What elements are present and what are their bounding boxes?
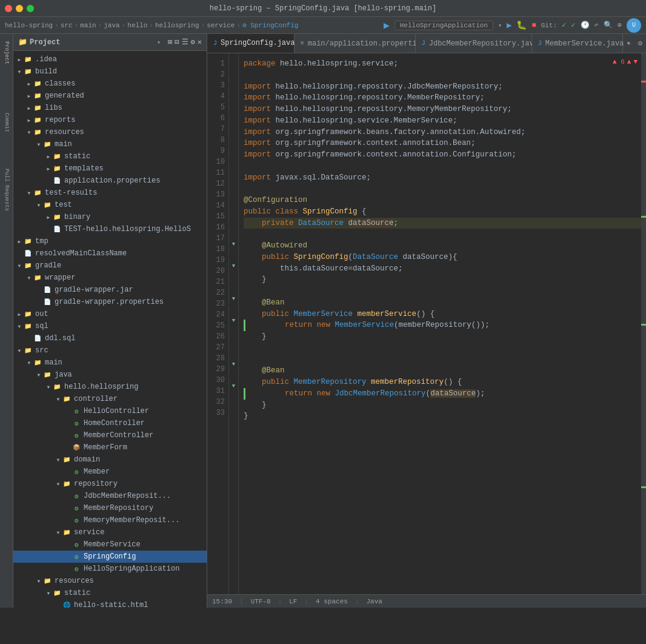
- tab-gear-button[interactable]: ⚙: [634, 34, 646, 53]
- tab-memberservice[interactable]: J MemberService.java ✕: [532, 34, 623, 53]
- tree-item-binary[interactable]: ▶📁binary: [13, 211, 207, 223]
- tree-item-MemberService[interactable]: ⚙MemberService: [13, 538, 207, 551]
- tree-arrow-generated[interactable]: ▶: [25, 93, 33, 99]
- code-line-6[interactable]: import hello.hellospring.service.MemberS…: [244, 115, 641, 127]
- gutter-line-23[interactable]: ▼: [229, 293, 238, 304]
- tree-item-src-java[interactable]: ▼📁java: [13, 369, 207, 381]
- bc-main[interactable]: main: [80, 22, 96, 29]
- code-line-5[interactable]: import hello.hellospring.repository.Memo…: [244, 104, 641, 115]
- tree-item-controller[interactable]: ▼📁controller: [13, 393, 207, 405]
- tab-more-button[interactable]: ▾: [623, 34, 634, 53]
- tree-arrow-src-java[interactable]: ▼: [35, 372, 42, 378]
- tree-arrow-libs[interactable]: ▶: [25, 106, 33, 111]
- git-history-icon[interactable]: 🕐: [581, 21, 590, 30]
- tree-arrow-idea[interactable]: ▶: [16, 57, 23, 62]
- tree-item-HelloSpringApplication[interactable]: ⚙HelloSpringApplication: [13, 563, 207, 575]
- code-line-11[interactable]: import javax.sql.DataSource;: [244, 172, 641, 184]
- tree-item-test[interactable]: ▼📁test: [13, 199, 207, 211]
- bc-springconfig[interactable]: ⚙ SpringConfig: [242, 21, 298, 29]
- tree-item-gradle-wrapper.jar[interactable]: 📄gradle-wrapper.jar: [13, 284, 207, 296]
- tree-item-gradle-wrapper.properties[interactable]: 📄gradle-wrapper.properties: [13, 296, 207, 308]
- code-line-13[interactable]: @Configuration: [244, 195, 641, 206]
- tree-item-sql[interactable]: ▼📁sql: [13, 320, 207, 332]
- tree-arrow-controller[interactable]: ▼: [55, 397, 62, 402]
- gutter-line-29[interactable]: ▼: [229, 359, 238, 370]
- settings-icon[interactable]: ⚙: [191, 38, 195, 47]
- code-line-30[interactable]: return new JdbcMemberRepository(dataSour…: [244, 388, 641, 400]
- code-line-3[interactable]: import hello.hellospring.repository.Jdbc…: [244, 81, 641, 93]
- code-line-32[interactable]: }: [244, 411, 641, 422]
- tree-item-service[interactable]: ▼📁service: [13, 526, 207, 538]
- code-line-17[interactable]: @Autowired: [244, 240, 641, 252]
- code-line-19[interactable]: this.dataSource=dataSource;: [244, 263, 641, 275]
- bc-service[interactable]: service: [207, 22, 235, 29]
- gutter-line-18[interactable]: ▼: [229, 239, 238, 250]
- code-line-16[interactable]: [244, 229, 641, 240]
- tree-item-MemberForm[interactable]: 📦MemberForm: [13, 441, 207, 454]
- tree-arrow-tmp[interactable]: ▶: [16, 239, 23, 244]
- tree-item-src-resources[interactable]: ▼📁resources: [13, 575, 207, 587]
- tree-item-application.properties[interactable]: 📄application.properties: [13, 175, 207, 187]
- tree-arrow-gradle[interactable]: ▼: [16, 263, 23, 269]
- run-config-selector[interactable]: HelloSpringApplication: [395, 21, 493, 30]
- code-line-28[interactable]: @Bean: [244, 365, 641, 377]
- code-line-7[interactable]: import org.springframework.beans.factory…: [244, 127, 641, 138]
- tree-item-wrapper[interactable]: ▼📁wrapper: [13, 272, 207, 284]
- tree-arrow-reports[interactable]: ▶: [25, 118, 33, 123]
- tree-arrow-out[interactable]: ▶: [16, 312, 23, 317]
- stop-button[interactable]: ■: [531, 21, 536, 30]
- tree-item-hello-static.html[interactable]: 🌐hello-static.html: [13, 599, 207, 608]
- tree-arrow-service[interactable]: ▼: [55, 530, 62, 535]
- code-editor[interactable]: 1234567891011121314151617181920212223242…: [207, 53, 646, 594]
- close-panel-icon[interactable]: ✕: [198, 38, 202, 47]
- code-line-25[interactable]: }: [244, 331, 641, 343]
- code-line-24[interactable]: return new MemberService(memberRepositor…: [244, 320, 641, 331]
- tree-arrow-binary[interactable]: ▶: [45, 215, 52, 220]
- collapse-all-icon[interactable]: ⊟: [175, 38, 179, 47]
- code-line-2[interactable]: [244, 70, 641, 81]
- tree-arrow-classes[interactable]: ▶: [25, 81, 33, 87]
- tree-arrow-src-static[interactable]: ▼: [45, 591, 52, 596]
- tree-item-JdbcMemberRepository[interactable]: ⚙JdbcMemberReposit...: [13, 490, 207, 502]
- tree-item-ddl.sql[interactable]: 📄ddl.sql: [13, 332, 207, 344]
- expand-all-icon[interactable]: ⊞: [168, 38, 172, 47]
- tab-springconfig[interactable]: J SpringConfig.java ✕: [207, 34, 295, 53]
- code-content[interactable]: package hello.hellospring.service; impor…: [239, 53, 641, 594]
- tree-arrow-src-resources[interactable]: ▼: [35, 579, 42, 584]
- tree-item-TEST-hello[interactable]: 📄TEST-hello.hellospring.HelloS: [13, 223, 207, 235]
- code-line-10[interactable]: [244, 161, 641, 172]
- tree-arrow-src[interactable]: ▼: [16, 348, 23, 354]
- tree-arrow-repository[interactable]: ▼: [55, 481, 62, 487]
- tree-item-Member[interactable]: ⚙Member: [13, 466, 207, 478]
- tree-item-test-results[interactable]: ▼📁test-results: [13, 187, 207, 199]
- tab-application-properties[interactable]: ≡ main/application.properties ✕: [295, 34, 416, 53]
- project-icon[interactable]: Project: [2, 36, 11, 69]
- bc-hello[interactable]: hello: [127, 22, 147, 29]
- code-line-23[interactable]: public MemberService memberService() {: [244, 309, 641, 320]
- tree-item-idea[interactable]: ▶📁.idea: [13, 53, 207, 65]
- error-down-icon[interactable]: ▼: [633, 58, 638, 65]
- tree-item-MemberController[interactable]: ⚙MemberController: [13, 429, 207, 441]
- error-indicator[interactable]: ▲ 6 ▲ ▼: [613, 58, 638, 65]
- tree-item-reports[interactable]: ▶📁reports: [13, 114, 207, 126]
- code-line-27[interactable]: [244, 354, 641, 366]
- tree-arrow-src-main[interactable]: ▼: [25, 360, 33, 366]
- search-icon[interactable]: 🔍: [604, 21, 613, 30]
- tree-arrow-wrapper[interactable]: ▼: [25, 275, 33, 281]
- run-dropdown-icon[interactable]: ▾: [498, 22, 502, 29]
- tree-item-resources[interactable]: ▼📁resources: [13, 126, 207, 138]
- close-button[interactable]: [5, 5, 12, 12]
- tree-item-src-main[interactable]: ▼📁main: [13, 357, 207, 369]
- tree-arrow-templates[interactable]: ▶: [45, 166, 52, 172]
- tree-item-generated[interactable]: ▶📁generated: [13, 90, 207, 102]
- tree-item-MemberRepository[interactable]: ⚙MemberRepository: [13, 502, 207, 514]
- code-line-21[interactable]: [244, 286, 641, 297]
- tree-item-SpringConfig[interactable]: ⚙SpringConfig: [13, 551, 207, 563]
- code-line-31[interactable]: }: [244, 400, 641, 411]
- tree-item-static[interactable]: ▶📁static: [13, 150, 207, 163]
- filter-icon[interactable]: ☰: [182, 38, 188, 47]
- tree-item-HomeController[interactable]: ⚙HomeController: [13, 417, 207, 429]
- tree-item-build[interactable]: ▼📁build: [13, 65, 207, 78]
- gutter-line-31[interactable]: ▼: [229, 381, 238, 392]
- error-up-icon[interactable]: ▲: [627, 58, 631, 65]
